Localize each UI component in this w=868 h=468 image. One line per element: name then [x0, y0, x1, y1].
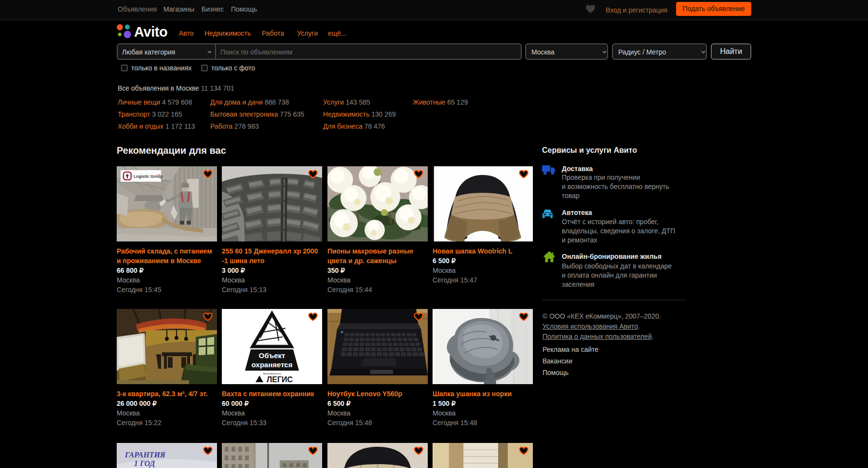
svg-text:Объект: Объект: [259, 351, 285, 360]
svg-text:24: 24: [157, 174, 160, 176]
svg-text:охраняется: охраняется: [252, 361, 293, 369]
svg-text:ГАРАНТИЯ: ГАРАНТИЯ: [124, 451, 166, 459]
svg-text:ЛЕГИС: ЛЕГИС: [267, 375, 293, 384]
svg-text:безопасность: безопасность: [263, 372, 281, 375]
svg-text:1 ГОД: 1 ГОД: [134, 459, 156, 468]
